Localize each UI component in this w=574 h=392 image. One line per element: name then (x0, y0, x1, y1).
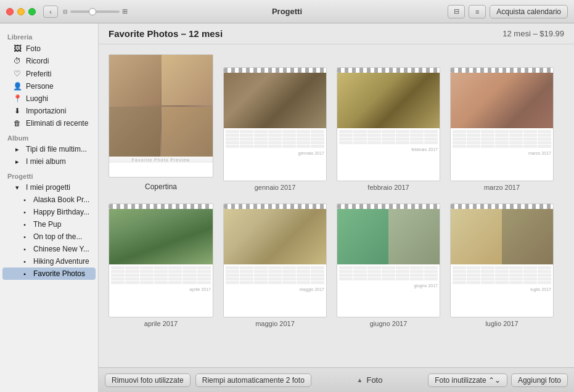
sidebar-item-luoghi[interactable]: 📍 Luoghi (2, 92, 96, 105)
calendar-feb[interactable]: febbraio 2017 febbraio 2017 (337, 67, 440, 191)
libreria-section-label: Libreria (0, 28, 98, 42)
sidebar-item-alaska[interactable]: ▪ Alaska Book Pr... (2, 194, 96, 206)
view-toggle-button[interactable]: ≡ (469, 5, 486, 18)
sidebar-item-hiking[interactable]: ▪ Hiking Adventure (2, 255, 96, 267)
sidebar-item-foto[interactable]: 🖼 Foto (2, 42, 96, 55)
remove-photos-button[interactable]: Rimuovi foto utilizzate (105, 374, 191, 387)
sidebar-persone-label: Persone (26, 82, 54, 91)
foto-icon: 🖼 (12, 44, 22, 53)
sidebar-hiking-label: Hiking Adventure (33, 257, 89, 266)
sidebar-alaska-label: Alaska Book Pr... (33, 195, 89, 204)
sidebar-item-on-top[interactable]: ▪ On top of the... (2, 231, 96, 243)
folder-open-icon: ▾ (12, 184, 22, 192)
sidebar-item-happy-birthday[interactable]: ▪ Happy Birthday... (2, 206, 96, 218)
main-layout: Libreria 🖼 Foto ⏱ Ricordi ♡ Preferiti 👤 … (0, 23, 574, 392)
sidebar-foto-label: Foto (26, 44, 41, 53)
jan-thumbnail: gennaio 2017 (223, 67, 327, 181)
titlebar: ‹ ⊟ ⊞ Progetti ⊟ ≡ Acquista calendario (0, 0, 574, 23)
calendar-mar[interactable]: marzo 2017 marzo 2017 (450, 67, 554, 191)
sidebar-tipi-label: Tipi di file multim... (26, 145, 87, 153)
jan-label: gennaio 2017 (255, 184, 296, 191)
calendar-jan[interactable]: gennaio 2017 gennaio 2017 (223, 67, 327, 191)
calendar-row-2: aprile 2017 aprile 2017 (109, 203, 564, 327)
jun-label: giugno 2017 (370, 320, 408, 327)
sidebar-favorite-label: Favorite Photos (33, 269, 85, 278)
content-title: Favorite Photos – 12 mesi (109, 28, 223, 39)
sidebar-ricordi-label: Ricordi (26, 57, 49, 65)
unused-label: Foto inutilizzate (435, 376, 486, 385)
project-icon-favorite: ▪ (20, 271, 30, 277)
sidebar-preferiti-label: Preferiti (26, 70, 51, 78)
apr-thumbnail: aprile 2017 (109, 203, 213, 317)
sidebar-chinese-label: Chinese New Y... (33, 245, 89, 253)
project-icon-ontop: ▪ (20, 234, 30, 240)
sidebar-item-importazioni[interactable]: ⬇ Importazioni (2, 105, 96, 117)
zoom-slider[interactable] (70, 10, 120, 13)
project-icon-hiking: ▪ (20, 258, 30, 265)
sidebar-item-tipi[interactable]: ▸ Tipi di file multim... (2, 143, 96, 155)
zoom-icon-large: ⊞ (122, 7, 128, 15)
trash-icon: 🗑 (12, 119, 22, 128)
mar-thumbnail: marzo 2017 (450, 67, 554, 181)
feb-thumbnail: febbraio 2017 (337, 67, 440, 181)
photos-label: Foto (366, 375, 382, 385)
minimize-button[interactable] (17, 8, 25, 15)
back-button[interactable]: ‹ (43, 6, 58, 18)
ricordi-icon: ⏱ (12, 57, 22, 65)
bottom-toolbar: Rimuovi foto utilizzate Riempi automatic… (99, 367, 574, 392)
location-icon: 📍 (12, 94, 22, 103)
sidebar-ontop-label: On top of the... (33, 232, 82, 241)
sidebar-eliminati-label: Eliminati di recente (26, 119, 88, 128)
sidebar-item-persone[interactable]: 👤 Persone (2, 80, 96, 92)
sidebar-item-eliminati[interactable]: 🗑 Eliminati di recente (2, 117, 96, 129)
unused-photos-button[interactable]: Foto inutilizzate ⌃⌄ (428, 374, 507, 387)
sidebar-item-preferiti[interactable]: ♡ Preferiti (2, 67, 96, 80)
sort-icon: ⌃⌄ (488, 376, 501, 385)
content-price: 12 mesi – $19.99 (502, 29, 564, 38)
close-button[interactable] (6, 8, 14, 15)
apr-label: aprile 2017 (144, 320, 178, 327)
sidebar-pup-label: The Pup (33, 220, 61, 229)
sidebar-item-ricordi[interactable]: ⏱ Ricordi (2, 55, 96, 67)
may-label: maggio 2017 (255, 320, 295, 327)
chevron-up-icon: ▲ (357, 377, 363, 383)
traffic-lights (6, 8, 36, 15)
folder-closed-icon: ▸ (12, 145, 22, 153)
jul-label: luglio 2017 (485, 320, 518, 327)
folder-closed-icon2: ▸ (12, 158, 22, 166)
calendar-grid: Favorite Photo Preview Copertina (99, 44, 574, 367)
project-icon-alaska: ▪ (20, 197, 30, 203)
auto-fill-button[interactable]: Riempi automaticamente 2 foto (195, 374, 311, 387)
titlebar-right: ⊟ ≡ Acquista calendario (448, 5, 568, 18)
buy-calendar-button[interactable]: Acquista calendario (490, 5, 568, 18)
sidebar-item-favorite-photos[interactable]: ▪ Favorite Photos (2, 267, 96, 280)
import-icon: ⬇ (12, 107, 22, 115)
calendar-apr[interactable]: aprile 2017 aprile 2017 (109, 203, 213, 327)
calendar-cover[interactable]: Favorite Photo Preview Copertina (109, 54, 213, 191)
sidebar-item-chinese[interactable]: ▪ Chinese New Y... (2, 243, 96, 255)
album-section-label: Album (0, 129, 98, 143)
add-photo-button[interactable]: Aggiungi foto (511, 374, 568, 387)
calendar-row-1: Favorite Photo Preview Copertina (109, 54, 564, 191)
calendar-jul[interactable]: luglio 2017 luglio 2017 (450, 203, 554, 327)
sidebar-item-miei-album[interactable]: ▸ I miei album (2, 155, 96, 168)
calendar-jun[interactable]: giugno 2017 giugno 2017 (337, 203, 440, 327)
content-header: Favorite Photos – 12 mesi 12 mesi – $19.… (99, 23, 574, 44)
sidebar-item-the-pup[interactable]: ▪ The Pup (2, 218, 96, 231)
sidebar: Libreria 🖼 Foto ⏱ Ricordi ♡ Preferiti 👤 … (0, 23, 99, 392)
jul-thumbnail: luglio 2017 (450, 203, 554, 317)
window-title: Progetti (272, 7, 302, 16)
sidebar-toggle-button[interactable]: ⊟ (448, 5, 465, 18)
sidebar-item-miei-progetti[interactable]: ▾ I miei progetti (2, 181, 96, 194)
maximize-button[interactable] (28, 8, 36, 15)
project-icon-pup: ▪ (20, 221, 30, 228)
content-area: Favorite Photos – 12 mesi 12 mesi – $19.… (99, 23, 574, 392)
person-icon: 👤 (12, 82, 22, 91)
calendar-may[interactable]: maggio 2017 maggio 2017 (223, 203, 327, 327)
sidebar-importazioni-label: Importazioni (26, 107, 66, 115)
mar-label: marzo 2017 (484, 184, 520, 191)
sidebar-miei-album-label: I miei album (26, 157, 66, 166)
bottom-right: Foto inutilizzate ⌃⌄ Aggiungi foto (428, 374, 568, 387)
progetti-section-label: Progetti (0, 168, 98, 181)
heart-icon: ♡ (12, 69, 22, 78)
